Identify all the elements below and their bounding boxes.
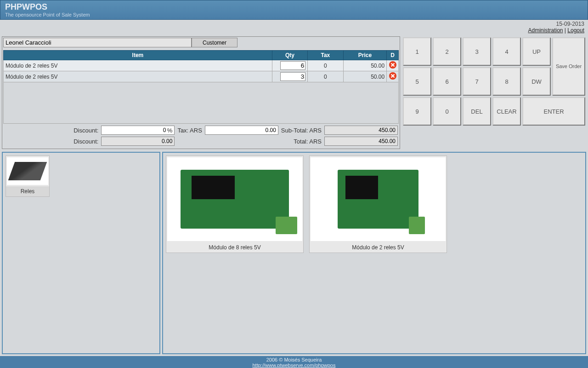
key-3[interactable]: 3 (463, 37, 491, 66)
item-price: 50.00 (343, 60, 387, 71)
footer-url[interactable]: http://www.ptwebserve.com/phpwpos (253, 362, 336, 368)
cable-icon (8, 162, 47, 180)
qty-input[interactable] (280, 61, 305, 70)
keypad: 1 2 3 4 UP Save Order 5 6 7 8 DW 9 0 DEL… (402, 36, 586, 149)
total-label: Total: ARS (281, 138, 322, 145)
order-panel: Customer Item Qty Tax Price D Módulo de … (2, 36, 400, 149)
key-7[interactable]: 7 (463, 67, 491, 96)
item-name: Módulo de 2 reles 5V (4, 60, 272, 71)
product-tile[interactable]: Módulo de 8 reles 5V (166, 155, 304, 253)
delete-row-icon[interactable] (389, 61, 396, 69)
category-thumb (7, 157, 48, 185)
pcb-icon (338, 170, 418, 228)
customer-button[interactable]: Customer (192, 38, 237, 47)
col-item: Item (4, 51, 272, 60)
key-9[interactable]: 9 (403, 97, 431, 126)
totals-area: Discount: % Tax: ARS Sub-Total: ARS Disc… (3, 124, 399, 148)
key-del[interactable]: DEL (463, 97, 491, 126)
footer: 2006 © Moisés Sequeira http://www.ptwebs… (0, 356, 588, 368)
item-name: Módulo de 2 reles 5V (4, 71, 272, 82)
col-tax: Tax (308, 51, 343, 60)
key-dw[interactable]: DW (522, 67, 551, 96)
product-thumb (311, 157, 446, 241)
table-row: Módulo de 2 reles 5V 0 50.00 (4, 71, 399, 82)
save-order-button[interactable]: Save Order (552, 37, 585, 96)
product-panel: Módulo de 8 reles 5V Módulo de 2 reles 5… (162, 152, 586, 354)
key-2[interactable]: 2 (433, 37, 461, 66)
col-qty: Qty (272, 51, 307, 60)
category-label: Reles (6, 186, 49, 196)
subtotal-label: Sub-Total: ARS (281, 127, 322, 134)
key-enter[interactable]: ENTER (522, 97, 585, 126)
item-tax: 0 (308, 71, 343, 82)
key-5[interactable]: 5 (403, 67, 431, 96)
discount-pct-label: Discount: (74, 127, 98, 134)
key-up[interactable]: UP (522, 37, 551, 66)
administration-link[interactable]: Administration (528, 27, 563, 34)
key-0[interactable]: 0 (433, 97, 461, 126)
table-empty-area (3, 82, 399, 124)
app-subtitle: The opensource Point of Sale System (5, 12, 583, 17)
product-label: Módulo de 8 reles 5V (166, 242, 303, 253)
table-row: Módulo de 2 reles 5V 0 50.00 (4, 60, 399, 71)
footer-copyright: 2006 © Moisés Sequeira (1, 357, 587, 362)
delete-row-icon[interactable] (389, 72, 396, 80)
pct-suffix: % (167, 127, 173, 134)
key-1[interactable]: 1 (403, 37, 431, 66)
tax-input[interactable] (205, 126, 278, 135)
logout-link[interactable]: Logout (567, 27, 584, 34)
qty-input[interactable] (280, 72, 305, 81)
discount-label: Discount: (74, 138, 98, 145)
discount-value (101, 137, 175, 146)
total-value (324, 137, 398, 146)
product-thumb (167, 157, 302, 241)
order-items-table: Item Qty Tax Price D Módulo de 2 reles 5… (3, 50, 399, 82)
app-title: PHPWPOS (5, 2, 583, 12)
col-delete: D (387, 51, 399, 60)
category-tile-reles[interactable]: Reles (6, 155, 50, 197)
item-price: 50.00 (343, 71, 387, 82)
key-8[interactable]: 8 (492, 67, 521, 96)
product-label: Módulo de 2 reles 5V (310, 242, 447, 253)
key-clear[interactable]: CLEAR (492, 97, 521, 126)
product-tile[interactable]: Módulo de 2 reles 5V (309, 155, 447, 253)
col-price: Price (343, 51, 387, 60)
item-tax: 0 (308, 60, 343, 71)
key-6[interactable]: 6 (433, 67, 461, 96)
subtotal-value (324, 126, 398, 135)
tax-label: Tax: ARS (177, 127, 202, 134)
key-4[interactable]: 4 (492, 37, 521, 66)
pcb-icon (181, 170, 288, 228)
app-header: PHPWPOS The opensource Point of Sale Sys… (0, 0, 588, 20)
customer-input[interactable] (3, 38, 192, 47)
category-panel: Reles (2, 152, 160, 354)
top-bar: 15-09-2013 Administration | Logout (0, 20, 588, 34)
current-date: 15-09-2013 (4, 21, 584, 27)
discount-pct-input[interactable] (101, 126, 175, 135)
